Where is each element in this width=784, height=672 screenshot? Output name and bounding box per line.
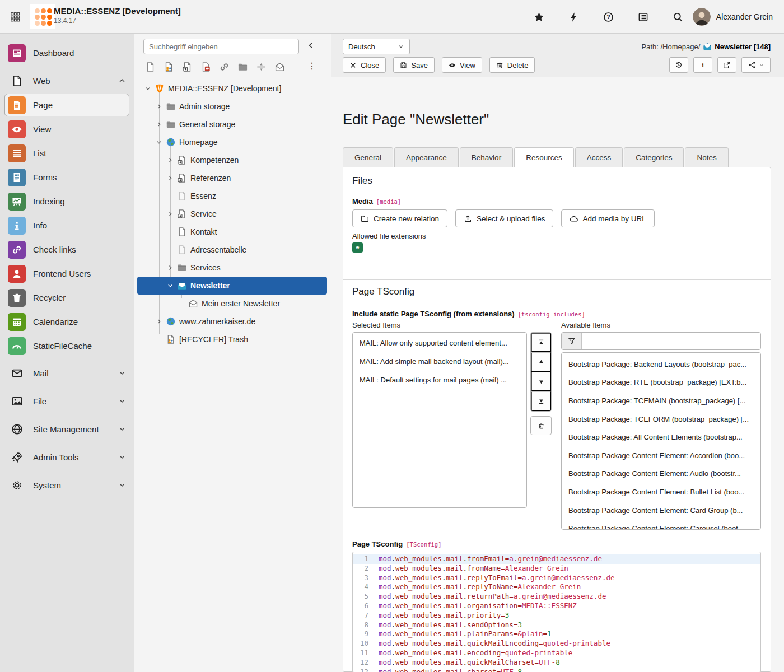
sidebar-item-info[interactable]: Info xyxy=(0,213,134,237)
move-to-top-button[interactable] xyxy=(531,333,551,352)
close-button[interactable]: Close xyxy=(343,57,386,73)
code-line[interactable]: 3mod.web_modules.mail.replyToEmail=a.gre… xyxy=(353,573,760,583)
tree-search-input[interactable] xyxy=(143,39,299,54)
doc-new-icon[interactable] xyxy=(143,60,157,73)
chevron-right-icon[interactable] xyxy=(166,263,175,272)
available-item[interactable]: Bootstrap Package Content Element: Carou… xyxy=(562,519,760,530)
available-item[interactable]: Bootstrap Package Content Element: Audio… xyxy=(562,465,760,483)
code-line[interactable]: 6mod.web_modules.mail.organisation=MEDIA… xyxy=(353,601,760,611)
search-icon[interactable] xyxy=(666,6,689,28)
view-button[interactable]: View xyxy=(442,57,482,73)
sidebar-item-recycler[interactable]: Recycler xyxy=(0,286,134,310)
sidebar-item-admin-tools[interactable]: Admin Tools xyxy=(0,445,134,469)
tab-notes[interactable]: Notes xyxy=(685,147,728,167)
chevron-right-icon[interactable] xyxy=(166,174,175,183)
tree-node[interactable]: [RECYCLER] Trash xyxy=(134,330,330,348)
tree-node[interactable]: Adressentabelle xyxy=(134,241,330,259)
code-line[interactable]: 4mod.web_modules.mail.replyToName=Alexan… xyxy=(353,582,760,592)
sidebar-item-file[interactable]: File xyxy=(0,389,134,413)
share-nodes-button[interactable] xyxy=(741,57,771,73)
tree-node[interactable]: Service xyxy=(134,205,330,223)
chevron-right-icon[interactable] xyxy=(155,102,164,111)
save-button[interactable]: Save xyxy=(393,57,435,73)
live-search-list-icon[interactable] xyxy=(632,6,654,28)
chevron-down-icon[interactable] xyxy=(166,281,175,290)
sidebar-item-list[interactable]: List xyxy=(0,141,134,165)
tab-appearance[interactable]: Appearance xyxy=(394,147,459,167)
tree-node[interactable]: Kontakt xyxy=(134,223,330,241)
tree-node[interactable]: Admin storage xyxy=(134,97,330,115)
code-line[interactable]: 11mod.web_modules.mail.encoding=quoted-p… xyxy=(353,648,760,658)
tree-node[interactable]: Homepage xyxy=(134,133,330,151)
move-up-button[interactable] xyxy=(531,352,551,372)
code-line[interactable]: 10mod.web_modules.mail.quickMailEncoding… xyxy=(353,639,760,648)
sidebar-item-staticfilecache[interactable]: StaticFileCache xyxy=(0,334,134,358)
available-item[interactable]: Bootstrap Package Content Element: Accor… xyxy=(562,446,760,465)
code-line[interactable]: 8mod.web_modules.mail.sendOptions=3 xyxy=(353,620,760,630)
code-line[interactable]: 12mod.web_modules.mail.quickMailCharset=… xyxy=(353,658,760,668)
tree-node[interactable]: Essenz xyxy=(134,187,330,205)
code-line[interactable]: 9mod.web_modules.mail.plainParams=&plain… xyxy=(353,629,760,639)
code-line[interactable]: 7mod.web_modules.mail.priority=3 xyxy=(353,611,760,620)
folder-fill-icon[interactable] xyxy=(236,60,249,73)
language-select[interactable]: Deutsch xyxy=(343,39,410,54)
sidebar-item-site-management[interactable]: Site Management xyxy=(0,417,134,441)
tree-node[interactable]: www.zahmerkaiser.de xyxy=(134,312,330,330)
available-item[interactable]: Bootstrap Package: All Content Elements … xyxy=(562,428,760,446)
add-media-by-url-button[interactable]: Add media by URL xyxy=(561,209,654,227)
tree-node[interactable]: Newsletter xyxy=(137,277,327,295)
history-button[interactable] xyxy=(669,57,688,73)
tab-access[interactable]: Access xyxy=(575,147,623,167)
available-item[interactable]: Bootstrap Package: RTE (bootstrap_packag… xyxy=(562,374,760,392)
collapse-tree-icon[interactable] xyxy=(306,41,318,52)
bolt-icon[interactable] xyxy=(562,6,585,28)
available-item[interactable]: Bootstrap Package: TCEMAIN (bootstrap_pa… xyxy=(562,391,760,410)
sidebar-item-web[interactable]: Web xyxy=(0,68,134,93)
tree-node[interactable]: Kompetenzen xyxy=(134,151,330,169)
chevron-down-icon[interactable] xyxy=(155,138,164,147)
selected-item[interactable]: MAIL: Add simple mail backend layout (ma… xyxy=(353,352,526,371)
info-serif-button[interactable]: i xyxy=(693,57,712,73)
available-item[interactable]: Bootstrap Package: TCEFORM (bootstrap_pa… xyxy=(562,410,760,428)
create-new-relation-button[interactable]: Create new relation xyxy=(352,209,447,227)
code-line[interactable]: 5mod.web_modules.mail.returnPath=a.grein… xyxy=(353,592,760,601)
chevron-right-icon[interactable] xyxy=(155,317,164,326)
tsconfig-code-editor[interactable]: 1mod.web_modules.mail.fromEmail=a.grein@… xyxy=(352,552,761,672)
user-menu[interactable]: Alexander Grein xyxy=(693,0,773,34)
sidebar-item-frontend-users[interactable]: Frontend Users xyxy=(0,262,134,286)
tab-general[interactable]: General xyxy=(343,147,393,167)
chevron-right-icon[interactable] xyxy=(166,156,175,165)
sidebar-item-check-links[interactable]: Check links xyxy=(0,237,134,262)
available-item[interactable]: Bootstrap Package Content Element: Bulle… xyxy=(562,483,760,501)
available-item[interactable]: Bootstrap Package: Backend Layouts (boot… xyxy=(562,355,760,374)
remove-item-button[interactable] xyxy=(530,416,552,435)
move-to-bottom-button[interactable] xyxy=(531,391,551,411)
doc-users-icon[interactable] xyxy=(162,60,175,73)
help-circle-icon[interactable]: ? xyxy=(597,6,619,28)
tree-node[interactable]: MEDIA::ESSENZ [Development] xyxy=(134,80,330,97)
tab-resources[interactable]: Resources xyxy=(514,147,574,167)
divider-spacer-icon[interactable] xyxy=(254,60,268,73)
code-line[interactable]: 1mod.web_modules.mail.fromEmail=a.grein@… xyxy=(353,554,760,564)
tree-node[interactable]: Mein erster Newsletter xyxy=(134,295,330,312)
chevron-down-icon[interactable] xyxy=(143,84,152,93)
selected-item[interactable]: MAIL: Default settings for mail pages (m… xyxy=(353,371,526,389)
module-menu-toggle-icon[interactable] xyxy=(10,12,21,22)
available-item[interactable]: Bootstrap Package Content Element: Card … xyxy=(562,501,760,520)
chevron-right-icon[interactable] xyxy=(155,120,164,129)
tree-node[interactable]: Referenzen xyxy=(134,169,330,187)
sidebar-item-indexing[interactable]: Indexing xyxy=(0,189,134,213)
sidebar-item-page[interactable]: Page xyxy=(0,93,134,117)
delete-button[interactable]: Delete xyxy=(489,57,535,73)
mail-open-icon[interactable] xyxy=(273,60,286,73)
tree-more-options-icon[interactable]: ⋮ xyxy=(307,60,316,72)
tab-behavior[interactable]: Behavior xyxy=(460,147,513,167)
tree-node[interactable]: Services xyxy=(134,259,330,277)
code-line[interactable]: 13mod.web_modules.mail.charset=UTF-8 xyxy=(353,668,760,672)
select-upload-files-button[interactable]: Select & upload files xyxy=(455,209,553,227)
available-filter-input[interactable] xyxy=(582,333,760,349)
tab-categories[interactable]: Categories xyxy=(624,147,684,167)
selected-items-listbox[interactable]: MAIL: Allow only supported content eleme… xyxy=(352,332,527,508)
code-line[interactable]: 2mod.web_modules.mail.fromName=Alexander… xyxy=(353,564,760,573)
sidebar-item-forms[interactable]: Forms xyxy=(0,165,134,189)
